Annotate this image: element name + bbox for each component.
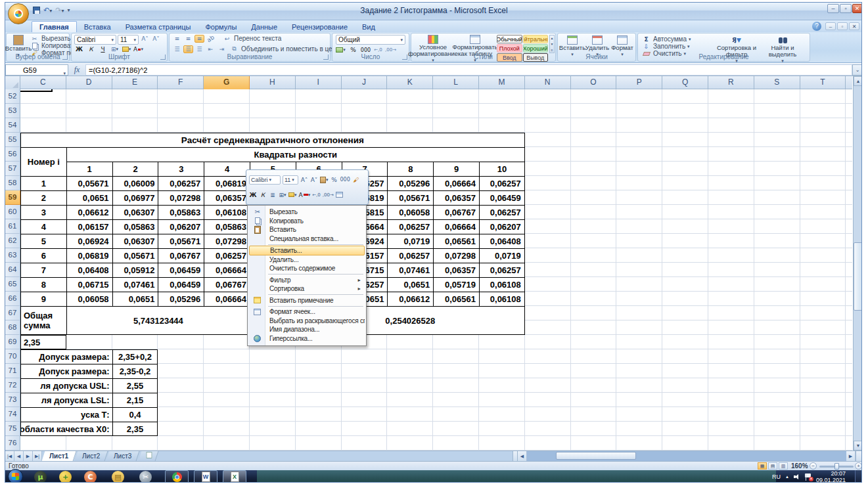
customize-qat-icon[interactable]: ▾ xyxy=(67,7,70,13)
data-cell[interactable]: 0,06257 xyxy=(387,219,433,234)
spec-label-cell[interactable]: ля допуска USL: xyxy=(20,378,112,393)
column-header-T[interactable]: T xyxy=(800,76,846,89)
page-layout-view-icon[interactable]: ▤ xyxy=(768,462,777,470)
spec-label-cell[interactable]: области качества Х0: xyxy=(20,422,112,436)
style-chip-Плохой[interactable]: Плохой xyxy=(497,44,522,53)
spec-value-cell[interactable]: 2,55 xyxy=(112,378,158,393)
row-header-66[interactable]: 66 xyxy=(5,292,20,306)
data-cell[interactable]: 0,06207 xyxy=(158,219,204,234)
row-index-cell[interactable]: 6 xyxy=(20,248,66,263)
data-cell[interactable]: 0,06357 xyxy=(433,190,479,205)
insert-function-icon[interactable]: fx xyxy=(68,65,85,75)
font-size-combo[interactable]: 11▾ xyxy=(118,35,139,45)
next-sheet-icon[interactable]: ▶ xyxy=(24,451,33,461)
col-number-cell[interactable]: 9 xyxy=(433,162,479,176)
volume-icon[interactable] xyxy=(794,474,800,479)
data-cell[interactable]: 0,06612 xyxy=(387,292,433,306)
zoom-out-icon[interactable]: − xyxy=(810,462,817,470)
orientation-icon[interactable]: ab xyxy=(204,33,217,45)
data-cell[interactable]: 0,06307 xyxy=(112,234,158,248)
number-dialog-launcher[interactable] xyxy=(402,55,407,60)
context-menu-item[interactable]: Вставить примечание xyxy=(249,296,365,305)
data-cell[interactable]: 0,05671 xyxy=(66,176,112,190)
scroll-right-icon[interactable]: ▶ xyxy=(846,451,856,461)
row-header-55[interactable]: 55 xyxy=(5,133,20,147)
data-cell[interactable]: 0,0651 xyxy=(112,292,158,306)
insert-worksheet-tab[interactable] xyxy=(138,451,158,461)
help-icon[interactable]: ? xyxy=(812,22,821,31)
word-icon[interactable]: W xyxy=(194,470,217,483)
mini-font-combo[interactable]: Calibri▾ xyxy=(249,175,281,185)
mini-size-combo[interactable]: 11▾ xyxy=(283,175,298,185)
increase-font-icon[interactable]: A˄ xyxy=(140,35,150,43)
sheet-tab-Лист2[interactable]: Лист2 xyxy=(75,451,108,461)
column-header-J[interactable]: J xyxy=(342,76,388,89)
data-cell[interactable]: 0,05863 xyxy=(158,205,204,219)
row-header-63[interactable]: 63 xyxy=(5,248,20,263)
context-menu-item[interactable]: Копировать xyxy=(249,217,365,226)
scroll-up-icon[interactable]: ▲ xyxy=(854,76,862,86)
row-header-72[interactable]: 72 xyxy=(5,378,20,393)
column-header-H[interactable]: H xyxy=(250,76,296,89)
row-header-59[interactable]: 59 xyxy=(5,190,20,205)
workbook-minimize-button[interactable]: ‒ xyxy=(825,22,836,30)
tab-split-handle[interactable] xyxy=(513,451,518,461)
col-number-cell[interactable]: 1 xyxy=(66,162,112,176)
zoom-level[interactable]: 160% xyxy=(791,462,808,470)
mini-font-color-icon[interactable]: А▾ xyxy=(299,190,311,200)
sheet-tab-Лист3[interactable]: Лист3 xyxy=(106,451,140,461)
column-header-M[interactable]: M xyxy=(479,76,525,89)
row-index-cell[interactable]: 3 xyxy=(20,205,66,219)
data-cell[interactable]: 0,05296 xyxy=(158,292,204,306)
normal-view-icon[interactable]: ▦ xyxy=(758,462,767,470)
spec-value-cell[interactable]: 2,35+0,2 xyxy=(112,349,158,364)
data-cell[interactable]: 0,06408 xyxy=(479,234,525,248)
data-cell[interactable]: 0,06357 xyxy=(433,263,479,277)
row-header-57[interactable]: 57 xyxy=(5,162,20,176)
data-cell[interactable]: 0,05863 xyxy=(204,219,250,234)
decrease-font-icon[interactable]: A˅ xyxy=(151,35,161,43)
fill-button[interactable]: ⇩Заполнить▾ xyxy=(641,43,691,50)
context-menu-item[interactable]: Выбрать из раскрывающегося списка... xyxy=(249,317,365,326)
style-chip-Хороший[interactable]: Хороший xyxy=(523,44,549,53)
row-header-67[interactable]: 67 xyxy=(5,306,20,320)
borders-icon[interactable]: ⊞▾ xyxy=(110,45,120,53)
expand-formula-bar-icon[interactable]: ⌄ xyxy=(852,64,862,76)
column-header-C[interactable]: C xyxy=(20,76,66,89)
row-header-76[interactable]: 76 xyxy=(5,436,20,451)
context-menu-item[interactable]: Очистить содержимое xyxy=(249,264,365,273)
data-cell[interactable]: 0,05671 xyxy=(112,248,158,263)
last-sheet-icon[interactable]: ▶| xyxy=(33,451,42,461)
mini-increase-decimal-icon[interactable]: ←,0 xyxy=(312,190,321,200)
data-cell[interactable]: 0,06257 xyxy=(479,176,525,190)
column-header-N[interactable]: N xyxy=(525,76,571,89)
data-cell[interactable]: 0,06207 xyxy=(479,219,525,234)
column-header-O[interactable]: O xyxy=(571,76,617,89)
style-chip-Обычный[interactable]: Обычный xyxy=(497,35,522,43)
page-break-view-icon[interactable]: ▥ xyxy=(779,462,788,470)
spec-value-cell[interactable]: 2,15 xyxy=(112,393,158,407)
data-cell[interactable]: 0,06561 xyxy=(433,292,479,306)
row-header-64[interactable]: 64 xyxy=(5,263,20,277)
decrease-indent-icon[interactable]: ⇤ xyxy=(206,45,216,53)
data-cell[interactable]: 0,06819 xyxy=(204,176,250,190)
spec-label-cell[interactable]: Допуск размера: xyxy=(20,364,112,378)
context-menu-item[interactable]: ✂Вырезать xyxy=(249,208,365,217)
autosum-button[interactable]: ΣАвтосумма▾ xyxy=(641,35,691,43)
snipping-icon[interactable]: ✂ xyxy=(139,471,152,483)
style-chip-Нейтральный[interactable]: Нейтральный xyxy=(523,35,549,43)
data-cell[interactable]: 0,05671 xyxy=(387,190,433,205)
vertical-scrollbar[interactable]: ▲ ▼ xyxy=(853,76,862,451)
spec-label-cell[interactable]: ля допуска LSL: xyxy=(20,393,112,407)
mini-italic-button[interactable]: К xyxy=(259,190,267,200)
start-orb[interactable] xyxy=(8,469,23,483)
chrome-icon[interactable] xyxy=(165,470,189,483)
data-cell[interactable]: 0,06257 xyxy=(158,176,204,190)
data-cell[interactable]: 0,06715 xyxy=(66,277,112,292)
spec-label-cell[interactable]: уска Т: xyxy=(20,407,112,422)
mini-borders-icon[interactable]: ⊞▾ xyxy=(279,190,286,200)
column-header-F[interactable]: F xyxy=(158,76,204,89)
data-cell[interactable]: 0,05912 xyxy=(112,263,158,277)
row-index-cell[interactable]: 9 xyxy=(20,292,66,306)
data-cell[interactable]: 0,06357 xyxy=(204,190,250,205)
